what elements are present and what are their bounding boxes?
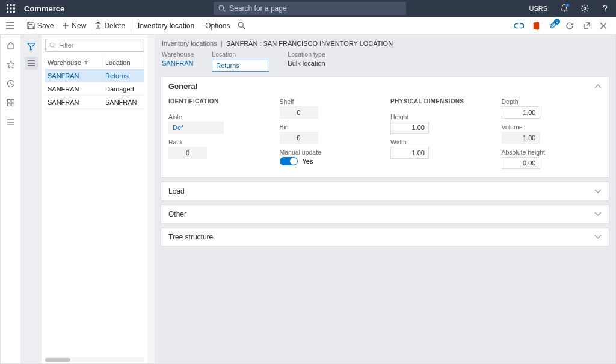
save-button[interactable]: Save	[23, 17, 58, 34]
warehouse-value[interactable]: SANFRAN	[162, 60, 194, 67]
modules-icon[interactable]	[5, 117, 16, 128]
search-icon	[238, 22, 245, 29]
svg-line-17	[582, 5, 583, 7]
col-location[interactable]: Location	[103, 57, 144, 69]
tab-options[interactable]: Options	[200, 22, 235, 30]
scrollbar-thumb[interactable]	[45, 358, 70, 362]
list-filter-placeholder: Filter	[59, 42, 73, 49]
topbar: Commerce Search for a page USRS	[0, 0, 616, 17]
height-input[interactable]	[390, 122, 429, 134]
list-cell-location: Damaged	[103, 85, 144, 93]
field-manual-update: Manual update Yes	[280, 149, 380, 165]
notifications-icon[interactable]	[558, 2, 570, 14]
field-warehouse: Warehouse SANFRAN	[162, 51, 194, 72]
list-row[interactable]: SANFRAN Damaged	[45, 82, 144, 96]
section-general-title: General	[168, 82, 197, 91]
list-hscrollbar[interactable]	[45, 357, 144, 362]
depth-input[interactable]	[502, 106, 540, 119]
find-button[interactable]	[235, 17, 248, 34]
refresh-icon[interactable]	[564, 20, 575, 31]
list-cell-warehouse: SANFRAN	[45, 85, 103, 93]
list-view-icon[interactable]	[25, 57, 38, 70]
field-depth: Depth	[502, 98, 602, 119]
svg-line-20	[587, 5, 588, 7]
list-row[interactable]: SANFRAN SANFRAN	[45, 96, 144, 109]
trash-icon	[94, 22, 102, 29]
popout-icon[interactable]	[581, 20, 592, 31]
list-vscrollbar[interactable]	[149, 35, 155, 363]
favorites-icon[interactable]	[5, 59, 16, 70]
svg-rect-33	[11, 100, 14, 103]
page-title: SANFRAN : SAN FRANCISCO INVENTORY LOCATI…	[226, 40, 393, 47]
svg-rect-4	[10, 8, 12, 10]
list-filter-input[interactable]: Filter	[45, 39, 144, 52]
plus-icon	[62, 22, 69, 29]
section-tree-structure: Tree structure	[161, 227, 609, 247]
section-other-title: Other	[168, 210, 186, 218]
help-icon[interactable]	[599, 2, 611, 14]
section-general-header[interactable]: General	[161, 77, 609, 96]
manual-update-toggle[interactable]	[280, 157, 298, 165]
shelf-input[interactable]	[280, 106, 318, 119]
breadcrumb: Inventory locations | SANFRAN : SAN FRAN…	[155, 35, 615, 48]
field-volume: Volume	[502, 123, 602, 144]
breadcrumb-root[interactable]: Inventory locations	[162, 40, 217, 47]
home-icon[interactable]	[5, 40, 16, 51]
svg-line-10	[223, 10, 225, 11]
header-fields: Warehouse SANFRAN Location Location type…	[155, 48, 615, 76]
field-location-type: Location type Bulk location	[288, 51, 325, 72]
list-row[interactable]: SANFRAN Returns	[45, 69, 144, 82]
filter-icon[interactable]	[25, 40, 38, 53]
office-icon[interactable]	[531, 20, 541, 31]
svg-rect-8	[13, 11, 15, 13]
bin-input[interactable]	[280, 132, 318, 144]
section-general: General IDENTIFICATION Aisle Rack	[161, 76, 609, 178]
svg-rect-5	[13, 8, 15, 10]
workspaces-icon[interactable]	[5, 97, 16, 108]
close-icon[interactable]	[598, 20, 609, 31]
svg-rect-2	[13, 4, 15, 6]
absolute-height-input[interactable]	[502, 157, 540, 169]
aisle-input[interactable]	[168, 122, 224, 134]
attachments-icon[interactable]: 0	[547, 20, 558, 31]
location-type-value: Bulk location	[288, 60, 325, 67]
rack-input[interactable]	[168, 147, 207, 159]
settings-icon[interactable]	[579, 2, 591, 14]
svg-point-21	[605, 11, 606, 12]
svg-line-28	[243, 27, 245, 29]
location-input[interactable]	[212, 60, 270, 72]
chevron-down-icon	[594, 233, 602, 241]
svg-line-18	[587, 10, 588, 11]
global-search[interactable]: Search for a page	[214, 2, 406, 15]
identification-heading: IDENTIFICATION	[168, 98, 269, 105]
svg-rect-35	[11, 103, 14, 106]
svg-point-11	[564, 11, 565, 12]
col-warehouse[interactable]: Warehouse	[45, 57, 103, 69]
svg-point-9	[219, 5, 224, 10]
sort-asc-icon	[84, 60, 88, 65]
section-load: Load	[161, 182, 609, 201]
field-aisle: Aisle	[168, 113, 269, 134]
width-input[interactable]	[390, 147, 429, 159]
brand-name: Commerce	[24, 4, 64, 13]
section-tree-title: Tree structure	[168, 233, 213, 241]
svg-line-43	[54, 46, 55, 48]
link-icon[interactable]	[514, 20, 525, 31]
nav-toggle-icon[interactable]	[5, 22, 16, 29]
recent-icon[interactable]	[5, 78, 16, 89]
physical-dimensions-heading: PHYSICAL DIMENSIONS	[390, 98, 491, 105]
save-icon	[27, 22, 35, 29]
volume-input[interactable]	[502, 132, 540, 144]
svg-point-27	[239, 22, 244, 27]
section-other-header[interactable]: Other	[161, 205, 609, 223]
main: Filter Warehouse Location SANFRAN Return…	[0, 35, 616, 364]
app-launcher-icon[interactable]	[5, 2, 17, 14]
list-cell-location: SANFRAN	[103, 99, 144, 106]
svg-rect-6	[7, 11, 8, 13]
user-label[interactable]: USRS	[529, 5, 547, 12]
tab-inventory-location[interactable]: Inventory location	[132, 22, 200, 30]
delete-button[interactable]: Delete	[90, 17, 129, 34]
section-tree-header[interactable]: Tree structure	[161, 228, 609, 246]
section-load-header[interactable]: Load	[161, 182, 609, 200]
new-button[interactable]: New	[58, 17, 90, 34]
